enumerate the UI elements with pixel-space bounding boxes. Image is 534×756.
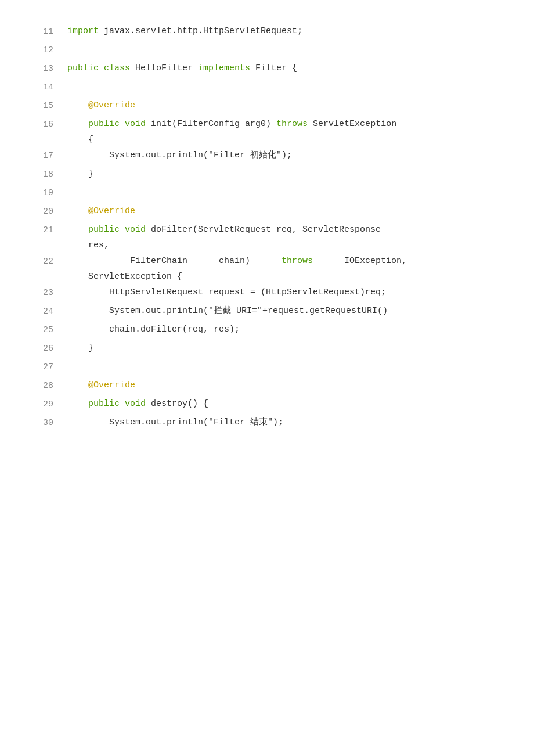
code-line: 30 System.out.println("Filter 结束"); xyxy=(35,415,499,433)
line-number: 30 xyxy=(35,415,53,431)
line-content: chain.doFilter(req, res); xyxy=(67,322,499,337)
code-line: 14 xyxy=(35,79,499,98)
code-line: 25 chain.doFilter(req, res); xyxy=(35,322,499,340)
line-content xyxy=(67,42,499,57)
code-line: 19 xyxy=(35,185,499,203)
line-number: 26 xyxy=(35,340,53,357)
code-line: 27 xyxy=(35,359,499,377)
line-content: FilterChain chain) throws IOException, S… xyxy=(67,253,499,285)
line-number: 17 xyxy=(35,147,53,164)
code-line: 20 @Override xyxy=(35,203,499,222)
code-line: 22 FilterChain chain) throws IOException… xyxy=(35,253,499,285)
line-content: @Override xyxy=(67,377,499,393)
line-number: 11 xyxy=(35,23,53,39)
line-number: 13 xyxy=(35,60,53,77)
line-number: 15 xyxy=(35,98,53,114)
code-line: 28 @Override xyxy=(35,377,499,396)
code-line: 29 public void destroy() { xyxy=(35,396,499,415)
line-content xyxy=(67,359,499,375)
line-number: 19 xyxy=(35,185,53,201)
line-content: public void destroy() { xyxy=(67,396,499,412)
line-number: 18 xyxy=(35,166,53,182)
code-line: 11import javax.servlet.http.HttpServletR… xyxy=(35,23,499,42)
line-number: 22 xyxy=(35,253,53,269)
line-content xyxy=(67,185,499,200)
line-content xyxy=(67,79,499,95)
line-number: 16 xyxy=(35,116,53,132)
line-content: HttpServletRequest request = (HttpServle… xyxy=(67,285,499,300)
line-number: 21 xyxy=(35,222,53,238)
code-line: 21 public void doFilter(ServletRequest r… xyxy=(35,222,499,253)
line-number: 23 xyxy=(35,285,53,301)
code-line: 12 xyxy=(35,42,499,60)
code-line: 15 @Override xyxy=(35,98,499,116)
code-line: 18 } xyxy=(35,166,499,185)
code-line: 17 System.out.println("Filter 初始化"); xyxy=(35,147,499,166)
line-content: } xyxy=(67,340,499,356)
line-number: 29 xyxy=(35,396,53,412)
code-line: 24 System.out.println("拦截 URI="+request.… xyxy=(35,303,499,322)
code-line: 23 HttpServletRequest request = (HttpSer… xyxy=(35,285,499,303)
line-content: public class HelloFilter implements Filt… xyxy=(67,60,499,76)
line-content: System.out.println("拦截 URI="+request.get… xyxy=(67,303,499,319)
line-content: @Override xyxy=(67,203,499,219)
line-content: import javax.servlet.http.HttpServletReq… xyxy=(67,23,499,39)
line-content: System.out.println("Filter 结束"); xyxy=(67,415,499,430)
line-number: 28 xyxy=(35,377,53,394)
line-number: 27 xyxy=(35,359,53,375)
line-number: 14 xyxy=(35,79,53,95)
line-number: 25 xyxy=(35,322,53,338)
line-number: 12 xyxy=(35,42,53,58)
line-number: 24 xyxy=(35,303,53,319)
line-content: @Override xyxy=(67,98,499,113)
line-number: 20 xyxy=(35,203,53,219)
line-content: public void doFilter(ServletRequest req,… xyxy=(67,222,499,253)
code-line: 26 } xyxy=(35,340,499,359)
code-block: 11import javax.servlet.http.HttpServletR… xyxy=(35,23,499,433)
line-content: public void init(FilterConfig arg0) thro… xyxy=(67,116,499,147)
code-line: 13public class HelloFilter implements Fi… xyxy=(35,60,499,79)
code-line: 16 public void init(FilterConfig arg0) t… xyxy=(35,116,499,147)
line-content: System.out.println("Filter 初始化"); xyxy=(67,147,499,163)
line-content: } xyxy=(67,166,499,182)
